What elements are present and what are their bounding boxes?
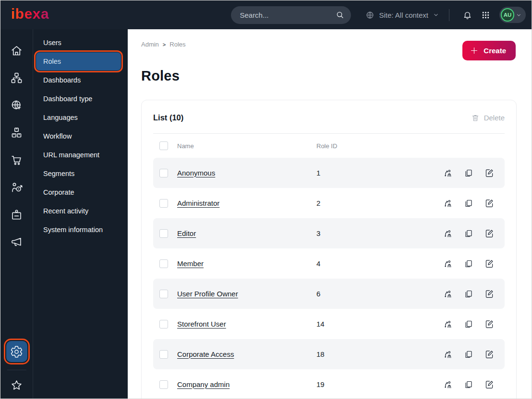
sidebar-item-url-management[interactable]: URL management xyxy=(36,146,121,164)
edit-icon[interactable] xyxy=(484,199,494,208)
breadcrumb-separator: > xyxy=(163,42,166,47)
delete-button-label: Delete xyxy=(484,114,505,122)
topbar: ibexa Site: All context AU xyxy=(0,0,532,29)
icon-rail xyxy=(0,29,33,399)
avatar: AU xyxy=(501,8,514,22)
roles-list-card: List (10) Delete Name Role ID Anonymous … xyxy=(141,100,517,399)
assign-icon[interactable] xyxy=(443,168,453,178)
breadcrumb-roles[interactable]: Roles xyxy=(169,41,185,48)
chevron-down-icon xyxy=(516,12,522,18)
row-checkbox[interactable] xyxy=(159,380,168,389)
sidebar-item-label: URL management xyxy=(43,151,99,159)
assign-icon[interactable] xyxy=(443,199,453,208)
edit-icon[interactable] xyxy=(484,259,494,269)
assign-icon[interactable] xyxy=(443,229,453,238)
edit-icon[interactable] xyxy=(484,289,494,299)
select-all-checkbox[interactable] xyxy=(159,141,168,150)
ibexa-logo[interactable]: ibexa xyxy=(11,7,49,23)
role-name-link[interactable]: Company admin xyxy=(177,380,230,388)
list-count-title: List (10) xyxy=(153,113,183,122)
edit-icon[interactable] xyxy=(484,168,494,178)
products-icon[interactable] xyxy=(0,119,33,146)
admin-gear-icon[interactable] xyxy=(6,341,27,362)
breadcrumb-admin[interactable]: Admin xyxy=(141,41,159,48)
marketing-megaphone-icon[interactable] xyxy=(0,228,33,256)
copy-icon[interactable] xyxy=(464,350,473,359)
role-name-link[interactable]: Administrator xyxy=(177,199,219,207)
role-name-link[interactable]: Member xyxy=(177,259,204,268)
create-button-label: Create xyxy=(484,47,506,55)
user-menu[interactable]: AU xyxy=(499,7,526,23)
sidebar-item-label: Recent activity xyxy=(43,207,88,215)
search-input[interactable] xyxy=(240,11,336,19)
table-row: Editor 3 xyxy=(153,218,505,248)
copy-icon[interactable] xyxy=(464,289,473,299)
copy-icon[interactable] xyxy=(464,380,473,389)
site-context-selector[interactable]: Site: All context xyxy=(365,11,439,20)
assign-icon[interactable] xyxy=(443,350,453,359)
row-checkbox[interactable] xyxy=(159,259,168,268)
edit-icon[interactable] xyxy=(484,319,494,329)
role-id: 19 xyxy=(316,380,443,388)
assign-icon[interactable] xyxy=(443,259,453,269)
row-checkbox[interactable] xyxy=(159,290,168,298)
corporate-badge-icon[interactable] xyxy=(0,201,33,228)
sidebar-menu: Users Roles Dashboards Dashboard type La… xyxy=(33,29,128,399)
sidebar-item-users[interactable]: Users xyxy=(36,34,121,52)
main-content: Admin > Roles Create Roles List (10) Del… xyxy=(128,29,532,399)
search-bar[interactable] xyxy=(231,6,351,24)
copy-icon[interactable] xyxy=(464,229,473,238)
assign-icon[interactable] xyxy=(443,380,453,389)
sidebar-item-corporate[interactable]: Corporate xyxy=(36,183,121,201)
sidebar-item-label: Corporate xyxy=(43,188,74,196)
role-name-link[interactable]: Corporate Access xyxy=(177,350,234,358)
role-name-link[interactable]: Storefront User xyxy=(177,320,226,328)
sidebar-item-languages[interactable]: Languages xyxy=(36,108,121,127)
sidebar-item-dashboards[interactable]: Dashboards xyxy=(36,71,121,89)
bookmarks-star-icon[interactable] xyxy=(10,376,23,395)
assign-icon[interactable] xyxy=(443,319,453,329)
row-checkbox[interactable] xyxy=(159,229,168,238)
delete-button[interactable]: Delete xyxy=(471,114,505,122)
row-checkbox[interactable] xyxy=(159,320,168,329)
copy-icon[interactable] xyxy=(464,199,473,208)
role-id: 18 xyxy=(316,350,443,358)
create-button[interactable]: Create xyxy=(462,41,516,60)
sidebar-item-recent-activity[interactable]: Recent activity xyxy=(36,202,121,220)
site-icon[interactable] xyxy=(0,92,33,119)
edit-icon[interactable] xyxy=(484,229,494,238)
edit-icon[interactable] xyxy=(484,380,494,389)
role-name-link[interactable]: User Profile Owner xyxy=(177,290,238,298)
role-id: 3 xyxy=(316,229,443,237)
search-icon[interactable] xyxy=(336,11,344,19)
sidebar-item-workflow[interactable]: Workflow xyxy=(36,127,121,145)
copy-icon[interactable] xyxy=(464,259,473,269)
commerce-cart-icon[interactable] xyxy=(0,146,33,174)
sidebar-item-label: Languages xyxy=(43,114,78,121)
sidebar-item-label: Dashboard type xyxy=(43,95,92,103)
copy-icon[interactable] xyxy=(464,319,473,329)
sidebar-item-dashboard-type[interactable]: Dashboard type xyxy=(36,90,121,108)
rail-divider xyxy=(7,370,26,370)
table-header: Name Role ID xyxy=(153,134,505,158)
home-icon[interactable] xyxy=(0,37,33,64)
content-tree-icon[interactable] xyxy=(0,64,33,92)
table-body: Anonymous 1 Administrator 2 xyxy=(153,158,505,399)
sidebar-item-system-information[interactable]: System information xyxy=(36,221,121,239)
row-checkbox[interactable] xyxy=(159,350,168,359)
assign-icon[interactable] xyxy=(443,289,453,299)
role-name-link[interactable]: Editor xyxy=(177,229,196,237)
personalization-target-icon[interactable] xyxy=(0,174,33,201)
row-checkbox[interactable] xyxy=(159,199,168,208)
notifications-bell-icon[interactable] xyxy=(458,10,477,20)
sidebar-item-label: Users xyxy=(43,39,61,47)
sidebar-item-segments[interactable]: Segments xyxy=(36,164,121,183)
sidebar-item-roles[interactable]: Roles xyxy=(36,52,121,70)
table-row: User Profile Owner 6 xyxy=(153,279,505,309)
sidebar-item-label: Dashboards xyxy=(43,76,81,84)
copy-icon[interactable] xyxy=(464,168,473,178)
app-grid-icon[interactable] xyxy=(477,11,495,20)
edit-icon[interactable] xyxy=(484,350,494,359)
row-checkbox[interactable] xyxy=(159,169,168,177)
role-name-link[interactable]: Anonymous xyxy=(177,169,215,177)
